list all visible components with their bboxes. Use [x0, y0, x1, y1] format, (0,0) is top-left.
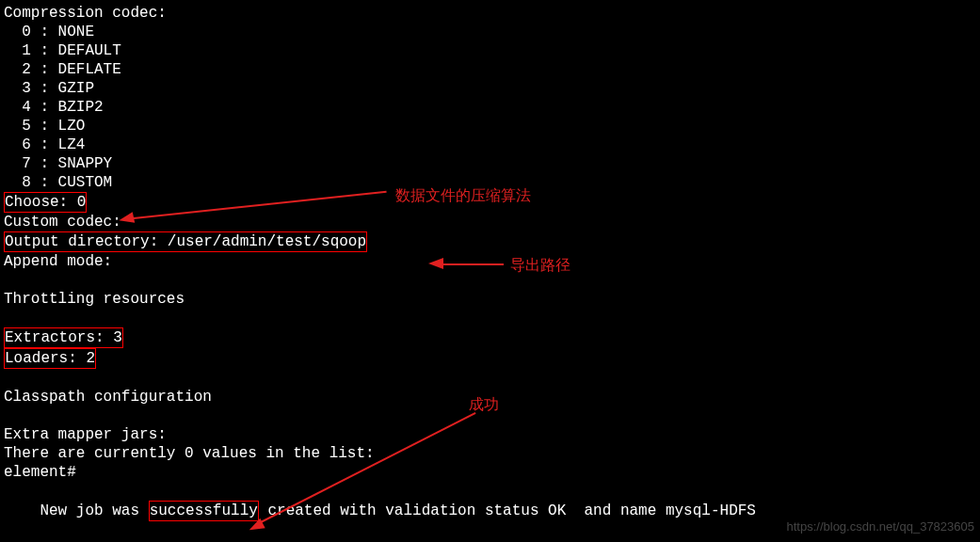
blank-line-3 [4, 369, 980, 388]
codec-option: 5 : LZO [4, 117, 980, 136]
anno-compress-label: 数据文件的压缩算法 [395, 186, 531, 205]
codec-option: 6 : LZ4 [4, 136, 980, 154]
anno-success-label: 成功 [469, 395, 499, 414]
terminal-output: Compression codec: 0 : NONE 1 : DEFAULT … [4, 4, 980, 540]
values-list-line: There are currently 0 values in the list… [4, 444, 980, 463]
element-prompt-line: element# [4, 463, 980, 482]
codec-option: 2 : DEFLATE [4, 60, 980, 79]
extractors-line: Extractors: 3 [4, 327, 123, 348]
throttling-header: Throttling resources [4, 290, 980, 309]
append-mode-line: Append mode: [4, 252, 980, 271]
codec-option: 0 : NONE [4, 23, 980, 41]
codec-option: 4 : BZIP2 [4, 98, 980, 117]
result-pre-text: New job was [40, 502, 148, 519]
result-success-text: successfully [149, 501, 259, 521]
codec-option: 7 : SNAPPY [4, 154, 980, 173]
blank-line-2 [4, 309, 980, 327]
codec-option: 3 : GZIP [4, 79, 980, 98]
anno-export-arrow-line [442, 263, 504, 265]
watermark: https://blog.csdn.net/qq_37823605 [787, 518, 975, 536]
result-post-text: created with validation status OK and na… [259, 502, 756, 519]
extra-jars-line: Extra mapper jars: [4, 425, 980, 444]
loaders-line: Loaders: 2 [4, 348, 96, 369]
codec-option: 1 : DEFAULT [4, 41, 980, 60]
blank-line-1 [4, 271, 980, 290]
output-dir-line: Output directory: /user/admin/test/sqoop [4, 231, 367, 252]
anno-export-label: 导出路径 [510, 256, 570, 275]
choose-line: Choose: 0 [4, 192, 87, 213]
anno-export-arrow-head [428, 258, 443, 269]
codec-options-list: 0 : NONE 1 : DEFAULT 2 : DEFLATE 3 : GZI… [4, 23, 980, 192]
codec-header: Compression codec: [4, 4, 980, 23]
